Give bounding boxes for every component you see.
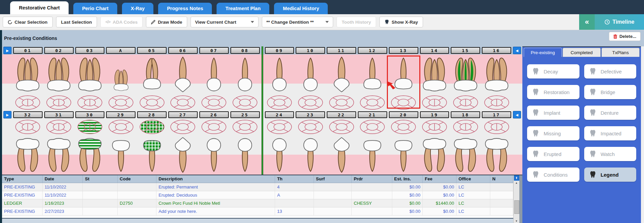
lower-tooth-17[interactable] — [482, 135, 511, 175]
upper-occlusal-02[interactable] — [44, 94, 74, 111]
table-row[interactable]: PRE-EXISTING11/10/2022Erupted: Permanent… — [2, 183, 513, 191]
lower-occlusal-21[interactable] — [358, 119, 387, 135]
column-header-type[interactable]: Type — [2, 175, 42, 183]
lower-tooth-18[interactable] — [451, 135, 480, 175]
upper-occlusal-10[interactable] — [296, 94, 325, 111]
tooth-number-button-15[interactable]: 15 — [451, 47, 480, 54]
scroll-up-button[interactable]: ▲ — [514, 181, 519, 185]
upper-nav-right-button[interactable]: ◀ — [513, 47, 521, 54]
lower-occlusal-31[interactable] — [44, 119, 74, 135]
lower-occlusal-20[interactable] — [389, 119, 418, 135]
column-header-est-ins[interactable]: Est. Ins. — [392, 175, 423, 183]
timeline-button[interactable]: Timeline — [595, 14, 644, 30]
tab-restorative-chart[interactable]: Restorative Chart — [10, 1, 69, 14]
tooth-number-button-22[interactable]: 22 — [327, 111, 356, 118]
tooth-number-button-21[interactable]: 21 — [358, 111, 387, 118]
lower-occlusal-23[interactable] — [296, 119, 325, 135]
clear-selection-button[interactable]: Clear Selection — [3, 17, 53, 27]
collapse-panel-button[interactable]: « — [579, 14, 595, 30]
upper-occlusal-16[interactable] — [482, 94, 511, 111]
upper-occlusal-12[interactable] — [358, 94, 387, 111]
upper-occlusal-08[interactable] — [230, 94, 260, 111]
change-dentition-select[interactable]: ** Change Dentition ** — [262, 17, 333, 27]
scroll-down-button[interactable]: ▼ — [514, 219, 519, 223]
lower-tooth-26[interactable] — [199, 135, 229, 175]
column-header-st[interactable]: St — [83, 175, 118, 183]
delete-button[interactable]: Delete... — [609, 32, 641, 41]
lower-occlusal-24[interactable] — [265, 119, 294, 135]
lower-tooth-27[interactable] — [168, 135, 198, 175]
column-header-th[interactable]: Th — [275, 175, 314, 183]
tooth-number-button-02[interactable]: 02 — [44, 47, 74, 54]
lower-occlusal-19[interactable] — [420, 119, 449, 135]
tooth-number-button-01[interactable]: 01 — [13, 47, 43, 54]
lower-tooth-29[interactable] — [106, 135, 135, 175]
tooth-number-button-08[interactable]: 08 — [230, 47, 260, 54]
tooth-number-button-20[interactable]: 20 — [389, 111, 418, 118]
tooth-history-button[interactable]: Tooth History — [337, 17, 376, 27]
column-header-prdr[interactable]: Prdr — [352, 175, 392, 183]
tooth-number-button-14[interactable]: 14 — [420, 47, 449, 54]
column-header-office[interactable]: Office — [456, 175, 490, 183]
tooth-number-button-16[interactable]: 16 — [482, 47, 511, 54]
tooth-number-button-13[interactable]: 13 — [389, 47, 418, 54]
lower-tooth-32[interactable] — [13, 135, 43, 175]
upper-tooth-05[interactable] — [137, 54, 167, 94]
tab-x-ray[interactable]: X-Ray — [122, 3, 153, 14]
tooth-number-button-29[interactable]: 29 — [106, 111, 135, 118]
last-selection-button[interactable]: Last Selection — [56, 17, 97, 27]
tooth-number-button-06[interactable]: 06 — [168, 47, 198, 54]
tooth-number-button-25[interactable]: 25 — [230, 111, 260, 118]
column-header-description[interactable]: Description — [156, 175, 275, 183]
upper-tooth-03[interactable] — [75, 54, 105, 94]
upper-nav-left-button[interactable]: ▶ — [3, 47, 11, 54]
expand-table-button[interactable]: ⬆ — [514, 175, 519, 181]
watch-button[interactable]: Watch — [584, 147, 637, 161]
table-row[interactable]: LEDGER1/16/2023D2750Crown Porc Fusd Hi N… — [2, 199, 513, 207]
upper-tooth-01[interactable] — [13, 54, 43, 94]
upper-occlusal-07[interactable] — [199, 94, 229, 111]
upper-tooth-06[interactable] — [168, 54, 198, 94]
column-header-date[interactable]: Date — [42, 175, 82, 183]
view-chart-select[interactable]: View Current Chart — [191, 17, 258, 27]
lower-tooth-25[interactable] — [230, 135, 260, 175]
upper-occlusal-A[interactable] — [106, 94, 135, 111]
impacted-button[interactable]: Impacted — [584, 126, 637, 140]
tooth-number-button-A[interactable]: A — [106, 47, 135, 54]
tooth-number-button-31[interactable]: 31 — [44, 111, 74, 118]
upper-tooth-08[interactable] — [230, 54, 260, 94]
upper-occlusal-09[interactable] — [265, 94, 294, 111]
tooth-number-button-23[interactable]: 23 — [296, 111, 325, 118]
upper-occlusal-15[interactable] — [451, 94, 480, 111]
lower-occlusal-17[interactable] — [482, 119, 511, 135]
upper-occlusal-14[interactable] — [420, 94, 449, 111]
tab-perio-chart[interactable]: Perio Chart — [73, 3, 117, 14]
denture-button[interactable]: Denture — [584, 106, 637, 120]
lower-occlusal-32[interactable] — [13, 119, 43, 135]
defective-button[interactable]: Defective — [584, 64, 637, 79]
upper-occlusal-01[interactable] — [13, 94, 43, 111]
sidebar-tab-completed[interactable]: Completed — [563, 48, 601, 57]
column-header-surf[interactable]: Surf — [314, 175, 352, 183]
lower-occlusal-29[interactable] — [106, 119, 135, 135]
tooth-number-button-32[interactable]: 32 — [13, 111, 43, 118]
upper-tooth-14[interactable] — [420, 54, 449, 94]
restoration-button[interactable]: Restoration — [527, 85, 579, 99]
tooth-number-button-09[interactable]: 09 — [265, 47, 294, 54]
upper-occlusal-06[interactable] — [168, 94, 198, 111]
legend-button[interactable]: Legend — [584, 168, 637, 182]
missing-button[interactable]: Missing — [527, 126, 579, 140]
column-header-n[interactable]: N — [490, 175, 513, 183]
lower-tooth-22[interactable] — [327, 135, 356, 175]
tooth-number-button-17[interactable]: 17 — [482, 111, 511, 118]
decay-button[interactable]: Decay — [527, 64, 579, 79]
erupted-button[interactable]: Erupted — [527, 147, 579, 161]
tooth-number-button-30[interactable]: 30 — [75, 111, 105, 118]
bridge-button[interactable]: Bridge — [584, 85, 637, 99]
lower-nav-left-button[interactable]: ▶ — [3, 111, 11, 118]
column-header-fee[interactable]: Fee — [423, 175, 456, 183]
upper-tooth-07[interactable] — [199, 54, 229, 94]
implant-button[interactable]: Implant — [527, 106, 579, 120]
lower-tooth-20[interactable] — [389, 135, 418, 175]
lower-occlusal-28[interactable] — [137, 119, 167, 135]
